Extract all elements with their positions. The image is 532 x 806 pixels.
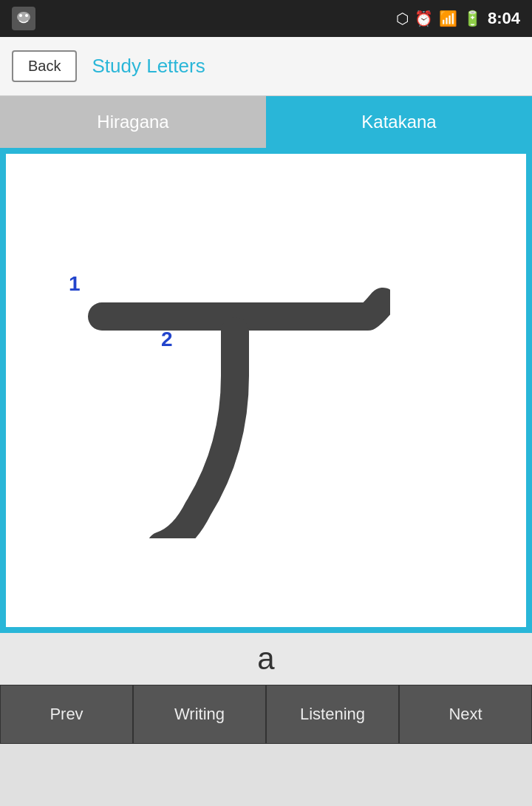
next-button[interactable]: Next: [399, 685, 532, 744]
battery-icon: 🔋: [463, 10, 482, 27]
status-time: 8:04: [488, 9, 520, 28]
stroke-1-label: 1: [69, 272, 81, 296]
status-bar-left: [12, 7, 35, 30]
svg-point-1: [19, 14, 22, 17]
status-bar: ⬡ ⏰ 📶 🔋 8:04: [0, 0, 532, 37]
back-button[interactable]: Back: [12, 50, 77, 82]
romanization-bar: a: [0, 633, 532, 685]
tab-hiragana[interactable]: Hiragana: [0, 96, 266, 148]
network-icon: 📶: [439, 10, 457, 27]
drawing-container: 1 2: [0, 148, 532, 633]
page-title: Study Letters: [92, 55, 205, 78]
writing-button[interactable]: Writing: [133, 685, 266, 744]
listening-button[interactable]: Listening: [266, 685, 399, 744]
svg-point-0: [17, 12, 30, 22]
drawing-area: 1 2: [6, 154, 526, 627]
signal-icon: ⬡: [396, 10, 409, 27]
action-bar: Back Study Letters: [0, 37, 532, 96]
katakana-character: [80, 228, 390, 538]
alarm-icon: ⏰: [415, 10, 433, 27]
svg-point-2: [25, 14, 28, 17]
romanization-text: a: [257, 641, 274, 677]
bottom-bar: Prev Writing Listening Next: [0, 685, 532, 744]
tab-bar: Hiragana Katakana: [0, 96, 532, 148]
prev-button[interactable]: Prev: [0, 685, 133, 744]
status-bar-right: ⬡ ⏰ 📶 🔋 8:04: [396, 9, 520, 28]
app-icon: [12, 7, 35, 30]
tab-katakana[interactable]: Katakana: [266, 96, 532, 148]
